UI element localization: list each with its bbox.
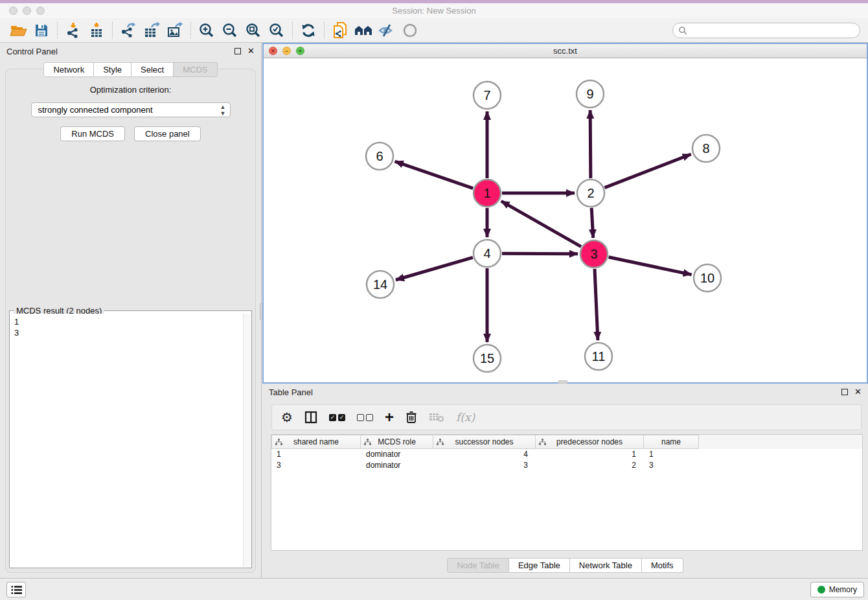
tab-network[interactable]: Network [43, 62, 94, 77]
run-mcds-button[interactable]: Run MCDS [60, 126, 125, 141]
memory-button[interactable]: Memory [810, 582, 864, 597]
tab-edge-table[interactable]: Edge Table [509, 558, 570, 573]
graph-edge-3-1[interactable] [501, 201, 581, 246]
toolbar-separator [324, 22, 325, 39]
table-body: 1dominator4113dominator323 [271, 449, 862, 471]
float-table-panel-icon[interactable] [841, 389, 848, 395]
graph-edge-2-8[interactable] [604, 154, 691, 188]
graph-node-label-2: 2 [587, 186, 594, 200]
table-cell[interactable]: 3 [644, 460, 699, 471]
memory-status-icon [817, 586, 825, 594]
mcds-panel: Optimization criterion: strongly connect… [5, 69, 256, 573]
table-cell[interactable]: dominator [361, 460, 433, 471]
mcds-result-text[interactable]: 1 3 [10, 314, 243, 567]
export-table-icon[interactable] [140, 21, 163, 40]
network-canvas[interactable]: 7968124314101511 [264, 58, 867, 382]
zoom-selected-icon[interactable] [265, 21, 288, 40]
graph-node-label-4: 4 [483, 246, 490, 260]
graph-edge-4-14[interactable] [396, 257, 473, 280]
criterion-select[interactable]: strongly connected component ▲▼ [31, 102, 231, 117]
graph-edge-2-9[interactable] [590, 110, 591, 178]
tab-motifs[interactable]: Motifs [642, 558, 683, 573]
table-cell[interactable]: 1 [644, 449, 699, 460]
export-image-icon[interactable] [163, 21, 187, 40]
add-column-icon[interactable]: + [385, 411, 394, 424]
graph-edge-3-11[interactable] [595, 269, 598, 340]
table-toolbar: ⚙ ✓✓ + f(x) [271, 404, 862, 430]
table-cell[interactable]: dominator [361, 449, 433, 460]
import-network-icon[interactable] [62, 21, 85, 40]
clone-network-icon[interactable] [328, 21, 352, 40]
table-panel-title: Table Panel [269, 387, 841, 397]
network-graph[interactable]: 7968124314101511 [264, 58, 867, 382]
select-all-rows-icon[interactable]: ✓✓ [329, 414, 345, 421]
search-field[interactable] [672, 23, 860, 38]
table-cell[interactable]: 4 [433, 449, 536, 460]
table-cell[interactable]: 3 [433, 460, 536, 471]
graph-node-label-3: 3 [590, 247, 597, 261]
table-cell[interactable]: 1 [536, 449, 644, 460]
column-header-successor-nodes[interactable]: successor nodes [433, 435, 536, 449]
network-window-titlebar[interactable]: ✕ − + scc.txt [264, 44, 867, 58]
network-window-title: scc.txt [264, 46, 867, 56]
mcds-result-group: MCDS result (2 nodes) 1 3 [9, 310, 252, 568]
graph-edge-2-3[interactable] [591, 208, 593, 238]
function-builder-icon[interactable]: f(x) [456, 411, 475, 424]
main-toolbar [0, 18, 868, 43]
delete-column-icon[interactable] [405, 411, 417, 424]
graph-node-label-9: 9 [586, 87, 593, 101]
toolbar-separator [112, 22, 113, 39]
tab-style[interactable]: Style [94, 62, 131, 77]
status-bar: Memory [0, 578, 868, 600]
control-panel: Control Panel ✕ Network Style Select MCD… [0, 43, 262, 578]
graph-edge-1-6[interactable] [395, 161, 474, 188]
column-layout-icon[interactable] [304, 411, 317, 424]
graph-node-label-8: 8 [702, 141, 709, 156]
table-row[interactable]: 3dominator323 [271, 460, 862, 471]
task-history-button[interactable] [6, 582, 26, 597]
table-settings-gear-icon[interactable]: ⚙ [281, 410, 293, 425]
table-cell[interactable]: 2 [536, 460, 644, 471]
table-row[interactable]: 1dominator411 [271, 449, 862, 460]
table-cell[interactable]: 1 [271, 449, 361, 460]
refresh-layout-icon[interactable] [297, 21, 320, 40]
tab-node-table[interactable]: Node Table [447, 558, 509, 573]
close-table-panel-icon[interactable]: ✕ [854, 389, 862, 395]
select-arrows-icon: ▲▼ [220, 104, 226, 117]
column-header-predecessor-nodes[interactable]: predecessor nodes [536, 435, 644, 449]
zoom-in-icon[interactable] [195, 21, 218, 40]
import-table-icon[interactable] [85, 21, 108, 40]
search-input[interactable] [690, 26, 860, 35]
delete-table-icon[interactable] [429, 411, 444, 423]
tab-network-table[interactable]: Network Table [570, 558, 642, 573]
graph-edge-4-3[interactable] [502, 253, 578, 254]
column-header-name[interactable]: name [644, 435, 699, 449]
table-header-row: shared nameMCDS rolesuccessor nodesprede… [271, 435, 862, 449]
toolbar-separator [57, 22, 58, 39]
export-network-icon[interactable] [117, 21, 140, 40]
hide-selected-icon[interactable] [375, 21, 398, 40]
tab-select[interactable]: Select [131, 62, 174, 77]
column-header-MCDS-role[interactable]: MCDS role [361, 435, 433, 449]
open-file-icon[interactable] [6, 21, 30, 40]
table-cell[interactable]: 3 [271, 460, 361, 471]
result-scrollbar[interactable] [243, 314, 251, 567]
graph-node-label-1: 1 [483, 186, 490, 200]
tab-mcds[interactable]: MCDS [174, 62, 217, 77]
graph-edge-3-10[interactable] [609, 257, 692, 275]
node-table[interactable]: shared nameMCDS rolesuccessor nodesprede… [271, 434, 863, 551]
zoom-fit-icon[interactable] [242, 21, 265, 40]
float-panel-icon[interactable] [234, 48, 241, 54]
close-panel-button[interactable]: Close panel [134, 126, 201, 141]
close-panel-icon[interactable]: ✕ [247, 48, 255, 54]
first-neighbors-icon[interactable] [352, 21, 375, 40]
application-window: Session: New Session [0, 0, 868, 600]
save-session-icon[interactable] [30, 21, 53, 40]
deselect-all-rows-icon[interactable] [357, 414, 373, 421]
show-all-icon[interactable] [398, 21, 422, 40]
zoom-out-icon[interactable] [218, 21, 242, 40]
memory-label: Memory [829, 585, 857, 594]
column-header-shared-name[interactable]: shared name [271, 435, 361, 449]
graph-node-label-14: 14 [373, 277, 387, 292]
toolbar-separator [190, 22, 191, 39]
